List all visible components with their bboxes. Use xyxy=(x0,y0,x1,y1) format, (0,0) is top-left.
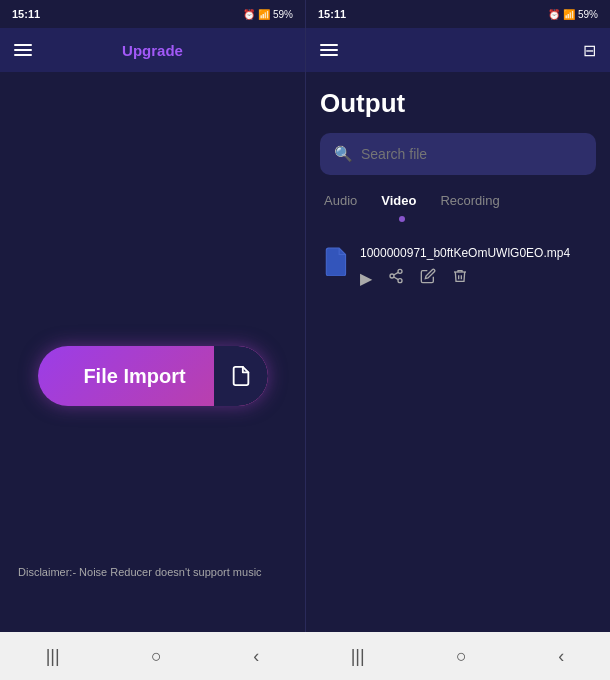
output-title: Output xyxy=(320,88,596,119)
hamburger-line xyxy=(320,49,338,51)
video-dot-space xyxy=(386,216,418,222)
left-header: Upgrade xyxy=(0,28,305,72)
signal-icon-right: 📶 xyxy=(563,9,575,20)
search-bar[interactable]: 🔍 xyxy=(320,133,596,175)
tab-video[interactable]: Video xyxy=(381,193,416,212)
delete-icon xyxy=(452,268,468,284)
left-nav-back-icon[interactable]: ‹ xyxy=(253,646,259,667)
filter-icon[interactable]: ⊟ xyxy=(583,41,596,60)
alarm-icon: ⏰ xyxy=(243,9,255,20)
right-nav-menu-icon[interactable]: ||| xyxy=(351,646,365,667)
delete-button[interactable] xyxy=(452,268,468,288)
tabs-row: Audio Video Recording xyxy=(320,193,596,212)
recording-dot xyxy=(469,216,475,222)
file-icon-svg xyxy=(324,246,350,276)
right-panel: 15:11 ⏰ 📶 59% ⊟ Output 🔍 Audio Video Rec… xyxy=(305,0,610,680)
disclaimer-text: Disclaimer:- Noise Reducer doesn't suppo… xyxy=(18,564,262,581)
file-import-button[interactable]: File Import xyxy=(38,346,268,406)
right-header: ⊟ xyxy=(306,28,610,72)
left-bottom-nav: ||| ○ ‹ xyxy=(0,632,305,680)
video-dot xyxy=(399,216,405,222)
file-type-icon xyxy=(324,246,350,283)
right-nav-home-icon[interactable]: ○ xyxy=(456,646,467,667)
svg-point-0 xyxy=(398,269,402,273)
file-import-label: File Import xyxy=(38,365,214,388)
edit-icon xyxy=(420,268,436,284)
file-item: 1000000971_b0ftKeOmUWlG0EO.mp4 ▶ xyxy=(320,236,596,298)
tab-recording[interactable]: Recording xyxy=(440,193,499,212)
recording-dot-space xyxy=(442,216,502,222)
svg-line-4 xyxy=(394,272,399,275)
share-icon xyxy=(388,268,404,284)
right-menu-icon[interactable] xyxy=(320,44,338,56)
play-button[interactable]: ▶ xyxy=(360,269,372,288)
dual-bottom-nav: ||| ○ ‹ ||| ○ ‹ xyxy=(0,632,610,680)
left-nav-home-icon[interactable]: ○ xyxy=(151,646,162,667)
left-nav-menu-icon[interactable]: ||| xyxy=(46,646,60,667)
right-content: Output 🔍 Audio Video Recording xyxy=(306,72,610,680)
right-bottom-nav: ||| ○ ‹ xyxy=(305,632,610,680)
hamburger-line xyxy=(14,54,32,56)
left-time: 15:11 xyxy=(12,8,40,20)
svg-point-1 xyxy=(390,274,394,278)
share-button[interactable] xyxy=(388,268,404,288)
document-icon xyxy=(230,365,252,387)
file-import-icon-box xyxy=(214,346,268,406)
hamburger-line xyxy=(14,49,32,51)
hamburger-line xyxy=(320,54,338,56)
upgrade-button[interactable]: Upgrade xyxy=(122,42,183,59)
tab-indicators xyxy=(320,216,596,222)
menu-icon[interactable] xyxy=(14,44,32,56)
right-status-bar: 15:11 ⏰ 📶 59% xyxy=(306,0,610,28)
left-status-bar: 15:11 ⏰ 📶 59% xyxy=(0,0,305,28)
right-nav-back-icon[interactable]: ‹ xyxy=(558,646,564,667)
alarm-icon-right: ⏰ xyxy=(548,9,560,20)
audio-dot-space xyxy=(324,216,362,222)
search-icon: 🔍 xyxy=(334,145,353,163)
audio-dot xyxy=(340,216,346,222)
file-name: 1000000971_b0ftKeOmUWlG0EO.mp4 xyxy=(360,246,592,260)
right-status-icons: ⏰ 📶 59% xyxy=(548,9,598,20)
file-actions: ▶ xyxy=(360,268,592,288)
hamburger-line xyxy=(320,44,338,46)
svg-line-3 xyxy=(394,277,399,280)
hamburger-line xyxy=(14,44,32,46)
tab-audio[interactable]: Audio xyxy=(324,193,357,212)
signal-icon: 📶 xyxy=(258,9,270,20)
battery-right: 59% xyxy=(578,9,598,20)
left-status-icons: ⏰ 📶 59% xyxy=(243,9,293,20)
edit-button[interactable] xyxy=(420,268,436,288)
file-info: 1000000971_b0ftKeOmUWlG0EO.mp4 ▶ xyxy=(360,246,592,288)
battery-left: 59% xyxy=(273,9,293,20)
right-time: 15:11 xyxy=(318,8,346,20)
left-panel: 15:11 ⏰ 📶 59% Upgrade File Import Di xyxy=(0,0,305,680)
svg-point-2 xyxy=(398,279,402,283)
search-input[interactable] xyxy=(361,146,582,162)
left-content: File Import Disclaimer:- Noise Reducer d… xyxy=(0,72,305,680)
